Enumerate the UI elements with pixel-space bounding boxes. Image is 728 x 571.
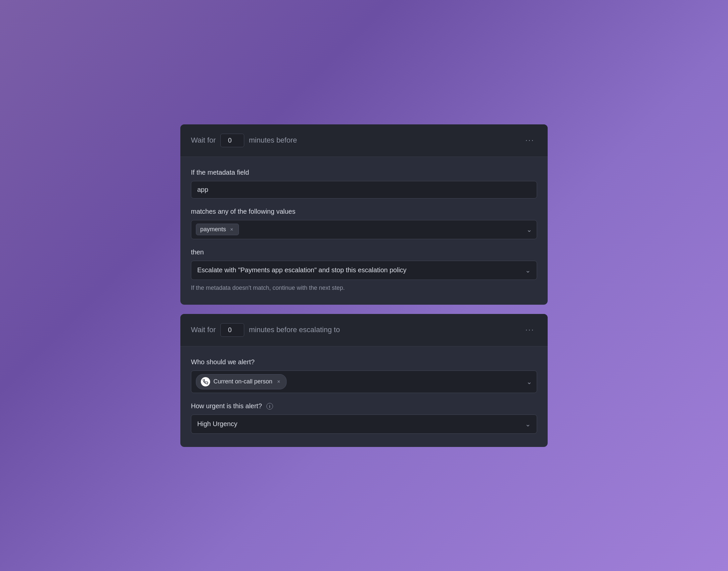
chevron-down-icon-action: ⌄	[525, 266, 531, 274]
minutes-before-label-1: minutes before	[249, 136, 297, 144]
on-call-value: Current on-call person	[213, 378, 272, 385]
metadata-field-input[interactable]	[191, 181, 537, 199]
tag-text: payments	[200, 226, 226, 233]
more-icon-2: ···	[525, 326, 534, 334]
main-container: Wait for minutes before ··· If the metad…	[180, 124, 548, 447]
then-section: then Escalate with "Payments app escalat…	[191, 248, 537, 292]
wait-for-label-2: Wait for	[191, 326, 216, 334]
payments-tag: payments ×	[196, 224, 239, 235]
urgency-label: How urgent is this alert? i	[191, 402, 537, 410]
card-2-header: Wait for minutes before escalating to ··…	[180, 314, 548, 346]
chevron-down-icon-alert: ⌄	[526, 378, 532, 386]
wait-for-row-2: Wait for minutes before escalating to	[191, 323, 340, 337]
card-2: Wait for minutes before escalating to ··…	[180, 314, 548, 447]
card-1-header: Wait for minutes before ···	[180, 124, 548, 157]
action-value: Escalate with "Payments app escalation" …	[197, 266, 406, 274]
remove-on-call-tag[interactable]: ×	[276, 379, 282, 385]
more-options-button-1[interactable]: ···	[523, 135, 537, 146]
values-tag-select[interactable]: payments × ⌄	[191, 220, 537, 239]
metadata-field-section: If the metadata field	[191, 169, 537, 199]
card-2-body: Who should we alert? Current on-call per…	[180, 346, 548, 447]
tag-list: payments ×	[196, 224, 239, 235]
card-1-body: If the metadata field matches any of the…	[180, 157, 548, 305]
matches-section: matches any of the following values paym…	[191, 208, 537, 239]
alert-tag-list: Current on-call person ×	[196, 374, 287, 389]
matches-label: matches any of the following values	[191, 208, 537, 215]
info-icon[interactable]: i	[267, 403, 273, 410]
info-text: If the metadata doesn't match, continue …	[191, 284, 537, 292]
on-call-remove-icon: ×	[277, 379, 280, 385]
who-label: Who should we alert?	[191, 358, 537, 366]
minutes-before-escalating-label: minutes before escalating to	[249, 326, 340, 334]
more-options-button-2[interactable]: ···	[523, 324, 537, 335]
tag-remove-icon: ×	[230, 227, 233, 233]
wait-minutes-input-2[interactable]	[220, 323, 244, 337]
alert-tag-select[interactable]: Current on-call person × ⌄	[191, 370, 537, 393]
action-dropdown[interactable]: Escalate with "Payments app escalation" …	[191, 261, 537, 280]
chevron-down-icon-urgency: ⌄	[525, 420, 531, 428]
wait-for-row-1: Wait for minutes before	[191, 134, 297, 147]
remove-payments-tag[interactable]: ×	[229, 227, 235, 233]
more-icon-1: ···	[525, 136, 534, 144]
wait-for-label-1: Wait for	[191, 136, 216, 144]
urgency-section: How urgent is this alert? i High Urgency…	[191, 402, 537, 434]
then-label: then	[191, 248, 537, 256]
wait-minutes-input-1[interactable]	[220, 134, 244, 147]
on-call-tag: Current on-call person ×	[196, 374, 287, 389]
metadata-field-label: If the metadata field	[191, 169, 537, 176]
on-call-person-icon	[201, 377, 210, 386]
urgency-dropdown[interactable]: High Urgency ⌄	[191, 415, 537, 434]
urgency-label-text: How urgent is this alert?	[191, 402, 262, 410]
card-1: Wait for minutes before ··· If the metad…	[180, 124, 548, 305]
urgency-value: High Urgency	[197, 420, 237, 428]
who-alert-section: Who should we alert? Current on-call per…	[191, 358, 537, 393]
chevron-down-icon-values: ⌄	[526, 226, 532, 234]
